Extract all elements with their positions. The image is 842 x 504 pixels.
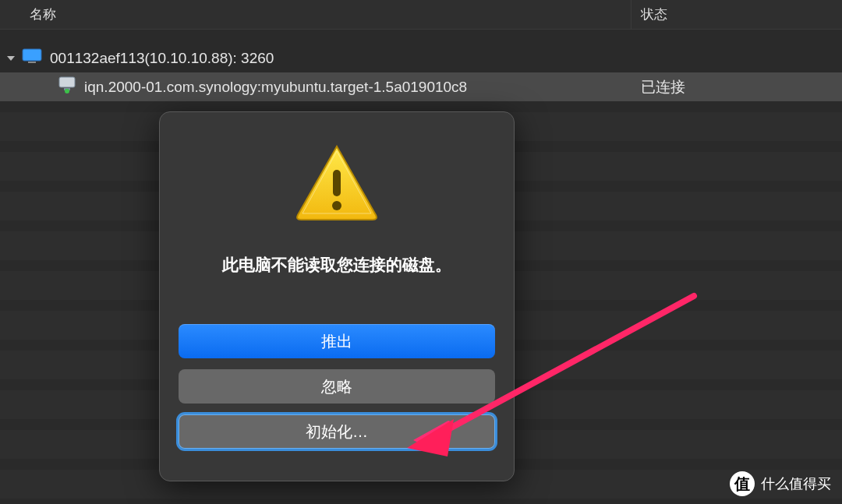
disk-unreadable-dialog: 此电脑不能读取您连接的磁盘。 推出 忽略 初始化… xyxy=(159,111,515,481)
table-row[interactable]: 001132aef113(10.10.10.88): 3260 xyxy=(0,44,842,72)
eject-button[interactable]: 推出 xyxy=(179,324,495,358)
table-header: 名称 状态 xyxy=(0,0,842,30)
initialize-button[interactable]: 初始化… xyxy=(179,414,495,449)
svg-rect-5 xyxy=(333,170,341,196)
device-host-label: 001132aef113(10.10.10.88): 3260 xyxy=(50,50,274,67)
svg-rect-2 xyxy=(59,77,75,87)
watermark: 值 什么值得买 xyxy=(730,471,831,496)
watermark-badge: 值 xyxy=(730,471,755,496)
svg-point-6 xyxy=(332,201,341,210)
svg-rect-0 xyxy=(23,49,41,61)
status-badge: 已连接 xyxy=(632,77,842,97)
target-iqn-label: iqn.2000-01.com.synology:myubuntu.target… xyxy=(84,79,467,96)
svg-rect-1 xyxy=(28,62,36,63)
chevron-down-icon[interactable] xyxy=(0,54,22,63)
watermark-text: 什么值得买 xyxy=(761,474,831,493)
table-row[interactable]: iqn.2000-01.com.synology:myubuntu.target… xyxy=(0,72,842,101)
monitor-icon xyxy=(22,48,50,68)
column-header-status[interactable]: 状态 xyxy=(632,0,842,29)
svg-point-4 xyxy=(65,89,69,93)
warning-icon xyxy=(294,136,380,224)
dialog-message: 此电脑不能读取您连接的磁盘。 xyxy=(222,254,451,276)
ignore-button[interactable]: 忽略 xyxy=(179,369,495,404)
target-icon xyxy=(58,76,84,97)
column-header-name[interactable]: 名称 xyxy=(0,0,632,29)
